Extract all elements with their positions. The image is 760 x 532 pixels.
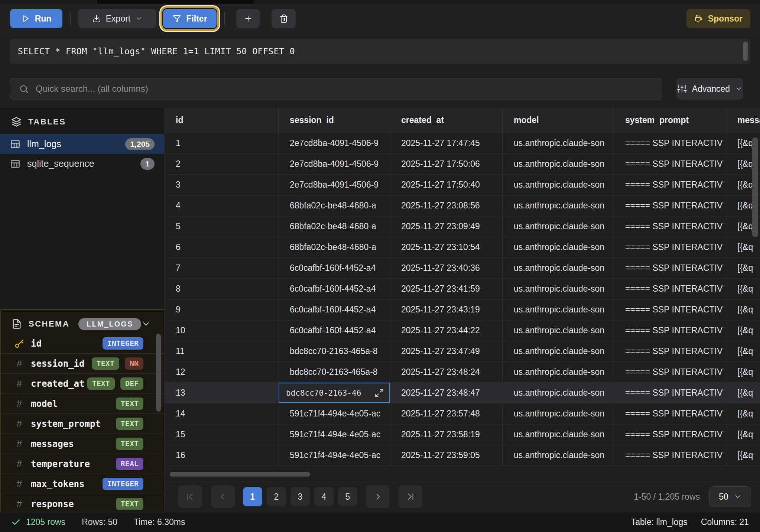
- next-page-button[interactable]: [366, 485, 390, 508]
- page-button-5[interactable]: 5: [338, 487, 357, 506]
- cell-session_id[interactable]: 2e7cd8ba-4091-4506-9: [279, 175, 390, 195]
- cell-session_id[interactable]: 591c71f4-494e-4e05-ac: [279, 445, 390, 466]
- cell-model[interactable]: us.anthropic.claude-son: [503, 299, 614, 320]
- cell-id[interactable]: 4: [165, 195, 279, 216]
- cell-created_at[interactable]: 2025-11-27 23:41:59: [390, 279, 503, 299]
- advanced-button[interactable]: Advanced: [676, 78, 743, 100]
- cell-model[interactable]: us.anthropic.claude-son: [503, 175, 614, 195]
- column-header-created_at[interactable]: created_at: [390, 108, 503, 133]
- cell-id[interactable]: 15: [165, 424, 279, 445]
- cell-model[interactable]: us.anthropic.claude-son: [503, 320, 614, 341]
- column-header-messages[interactable]: messages: [726, 108, 760, 133]
- cell-created_at[interactable]: 2025-11-27 23:59:05: [390, 445, 503, 466]
- cell-model[interactable]: us.anthropic.claude-son: [503, 424, 614, 445]
- cell-session_id[interactable]: 2e7cd8ba-4091-4506-9: [279, 133, 390, 153]
- page-button-2[interactable]: 2: [267, 487, 286, 506]
- cell-id[interactable]: 5: [165, 216, 279, 237]
- cell-id[interactable]: 16: [165, 445, 279, 466]
- prev-page-button[interactable]: [211, 485, 235, 508]
- cell-created_at[interactable]: 2025-11-27 17:47:45: [390, 133, 503, 153]
- column-header-id[interactable]: id: [165, 108, 279, 133]
- cell-model[interactable]: us.anthropic.claude-son: [503, 279, 614, 299]
- cell-created_at[interactable]: 2025-11-27 23:58:19: [390, 424, 503, 445]
- cell-system_prompt[interactable]: ===== SSP INTERACTIV: [614, 133, 726, 153]
- schema-scrollbar[interactable]: [156, 334, 161, 412]
- cell-created_at[interactable]: 2025-11-27 23:09:49: [390, 216, 503, 237]
- cell-messages[interactable]: [{&q: [726, 237, 760, 257]
- cell-id[interactable]: 10: [165, 320, 279, 341]
- cell-model[interactable]: us.anthropic.claude-son: [503, 383, 614, 403]
- cell-session_id[interactable]: 6c0cafbf-160f-4452-a4: [279, 258, 390, 278]
- horizontal-scrollbar[interactable]: [170, 472, 310, 477]
- cell-created_at[interactable]: 2025-11-27 23:48:24: [390, 362, 503, 382]
- cell-model[interactable]: us.anthropic.claude-son: [503, 237, 614, 257]
- schema-row-system_prompt[interactable]: #system_promptTEXT: [1, 414, 164, 434]
- schema-row-max_tokens[interactable]: #max_tokensINTEGER: [1, 474, 164, 494]
- cell-messages[interactable]: [{&q: [726, 320, 760, 341]
- vertical-scrollbar[interactable]: [752, 137, 758, 237]
- cell-model[interactable]: us.anthropic.claude-son: [503, 195, 614, 216]
- page-size-select[interactable]: 50: [709, 486, 751, 507]
- cell-system_prompt[interactable]: ===== SSP INTERACTIV: [614, 424, 726, 445]
- cell-session_id[interactable]: 68bfa02c-be48-4680-a: [279, 237, 390, 257]
- cell-id[interactable]: 12: [165, 362, 279, 382]
- cell-system_prompt[interactable]: ===== SSP INTERACTIV: [614, 175, 726, 195]
- cell-id[interactable]: 13: [165, 383, 279, 403]
- schema-row-response[interactable]: #responseTEXT: [1, 494, 164, 512]
- run-button[interactable]: Run: [10, 9, 62, 28]
- last-page-button[interactable]: [399, 485, 422, 508]
- sql-query-input[interactable]: SELECT * FROM "llm_logs" WHERE 1=1 LIMIT…: [10, 39, 750, 64]
- cell-system_prompt[interactable]: ===== SSP INTERACTIV: [614, 320, 726, 341]
- cell-model[interactable]: us.anthropic.claude-son: [503, 258, 614, 278]
- sidebar-item-sqlite_sequence[interactable]: sqlite_sequence1: [0, 154, 164, 173]
- cell-model[interactable]: us.anthropic.claude-son: [503, 133, 614, 153]
- cell-id[interactable]: 7: [165, 258, 279, 278]
- cell-system_prompt[interactable]: ===== SSP INTERACTIV: [614, 299, 726, 320]
- cell-created_at[interactable]: 2025-11-27 23:47:49: [390, 341, 503, 361]
- cell-messages[interactable]: [{&q: [726, 279, 760, 299]
- cell-session_id[interactable]: bdc8cc70-2163-46: [279, 383, 390, 403]
- schema-row-model[interactable]: #modelTEXT: [1, 394, 164, 414]
- schema-collapse-chevron-icon[interactable]: [141, 319, 151, 329]
- schema-row-messages[interactable]: #messagesTEXT: [1, 434, 164, 454]
- cell-session_id[interactable]: 68bfa02c-be48-4680-a: [279, 195, 390, 216]
- cell-created_at[interactable]: 2025-11-27 17:50:40: [390, 175, 503, 195]
- cell-created_at[interactable]: 2025-11-27 23:08:56: [390, 195, 503, 216]
- cell-id[interactable]: 11: [165, 341, 279, 361]
- cell-session_id[interactable]: 68bfa02c-be48-4680-a: [279, 216, 390, 237]
- schema-row-created_at[interactable]: #created_atTEXTDEF: [1, 374, 164, 394]
- cell-system_prompt[interactable]: ===== SSP INTERACTIV: [614, 216, 726, 237]
- sidebar-item-llm_logs[interactable]: llm_logs1,205: [0, 134, 164, 154]
- schema-row-temperature[interactable]: #temperatureREAL: [1, 454, 164, 474]
- cell-system_prompt[interactable]: ===== SSP INTERACTIV: [614, 195, 726, 216]
- cell-messages[interactable]: [{&q: [726, 299, 760, 320]
- cell-system_prompt[interactable]: ===== SSP INTERACTIV: [614, 237, 726, 257]
- column-header-session_id[interactable]: session_id: [279, 108, 390, 133]
- cell-model[interactable]: us.anthropic.claude-son: [503, 362, 614, 382]
- delete-button[interactable]: [272, 9, 296, 28]
- cell-system_prompt[interactable]: ===== SSP INTERACTIV: [614, 445, 726, 466]
- cell-messages[interactable]: [{&q: [726, 362, 760, 382]
- cell-created_at[interactable]: 2025-11-27 23:44:22: [390, 320, 503, 341]
- cell-id[interactable]: 14: [165, 403, 279, 424]
- cell-created_at[interactable]: 2025-11-27 17:50:06: [390, 154, 503, 174]
- cell-session_id[interactable]: 6c0cafbf-160f-4452-a4: [279, 320, 390, 341]
- query-scrollbar[interactable]: [743, 42, 748, 61]
- cell-system_prompt[interactable]: ===== SSP INTERACTIV: [614, 258, 726, 278]
- cell-system_prompt[interactable]: ===== SSP INTERACTIV: [614, 362, 726, 382]
- cell-messages[interactable]: [{&q: [726, 383, 760, 403]
- cell-messages[interactable]: [{&q: [726, 258, 760, 278]
- cell-model[interactable]: us.anthropic.claude-son: [503, 216, 614, 237]
- cell-messages[interactable]: [{&q: [726, 445, 760, 466]
- cell-model[interactable]: us.anthropic.claude-son: [503, 445, 614, 466]
- cell-session_id[interactable]: 591c71f4-494e-4e05-ac: [279, 424, 390, 445]
- cell-created_at[interactable]: 2025-11-27 23:48:47: [390, 383, 503, 403]
- cell-created_at[interactable]: 2025-11-27 23:40:36: [390, 258, 503, 278]
- cell-id[interactable]: 2: [165, 154, 279, 174]
- cell-id[interactable]: 8: [165, 279, 279, 299]
- cell-system_prompt[interactable]: ===== SSP INTERACTIV: [614, 403, 726, 424]
- page-button-3[interactable]: 3: [290, 487, 310, 506]
- cell-created_at[interactable]: 2025-11-27 23:10:54: [390, 237, 503, 257]
- cell-created_at[interactable]: 2025-11-27 23:57:48: [390, 403, 503, 424]
- cell-system_prompt[interactable]: ===== SSP INTERACTIV: [614, 154, 726, 174]
